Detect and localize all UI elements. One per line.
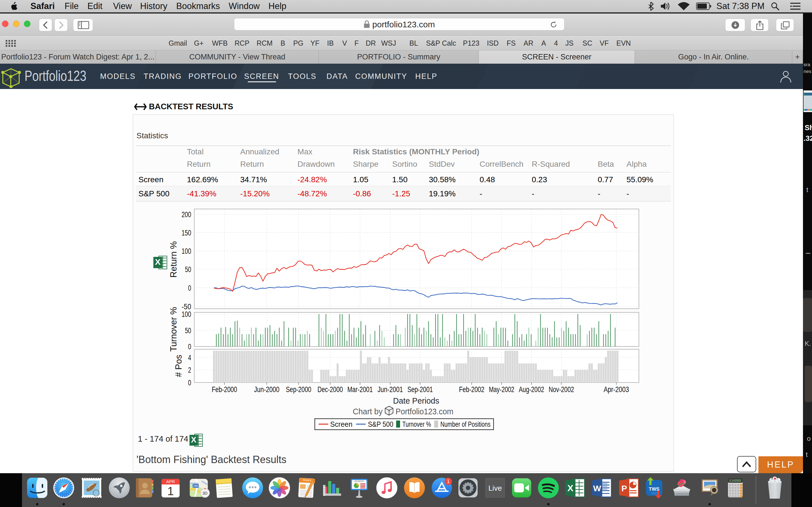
svg-text:Screen: Screen	[330, 420, 352, 428]
svg-text:Portfolio123.com: Portfolio123.com	[396, 407, 453, 416]
svg-text:Mar-2001: Mar-2001	[347, 385, 373, 394]
svg-text:0: 0	[188, 378, 191, 387]
svg-text:Apr-2003: Apr-2003	[604, 385, 629, 394]
svg-text:0: 0	[188, 342, 191, 351]
svg-text:0: 0	[188, 284, 191, 292]
svg-text:Jun-2001: Jun-2001	[377, 385, 403, 394]
svg-text:P: P	[621, 484, 627, 493]
svg-text:50: 50	[185, 326, 191, 335]
svg-text:1: 1	[167, 485, 174, 498]
svg-text:APR: APR	[166, 479, 175, 484]
svg-text:Feb-2000: Feb-2000	[212, 385, 237, 394]
svg-text:May-2002: May-2002	[489, 385, 514, 394]
svg-text:Date Periods: Date Periods	[393, 396, 439, 405]
svg-text:1: 1	[447, 478, 450, 484]
svg-text:Live: Live	[488, 484, 502, 492]
svg-text:Aug-2002: Aug-2002	[519, 385, 544, 394]
svg-text:4: 4	[188, 353, 191, 362]
svg-text:2: 2	[188, 365, 191, 374]
svg-text:Sep-2001: Sep-2001	[407, 385, 433, 394]
svg-text:PAGES: PAGES	[303, 478, 312, 482]
svg-text:X: X	[191, 435, 196, 444]
svg-text:USD: USD	[651, 492, 657, 495]
svg-text:Turnover %: Turnover %	[168, 307, 179, 351]
svg-text:Jun-2000: Jun-2000	[254, 385, 280, 394]
svg-text:200: 200	[182, 210, 191, 219]
svg-text:X: X	[567, 483, 573, 493]
svg-text:Nov-2002: Nov-2002	[549, 385, 574, 394]
svg-text:280: 280	[193, 484, 198, 488]
svg-text:100: 100	[182, 247, 191, 256]
svg-text:Return %: Return %	[168, 241, 179, 277]
svg-text:50: 50	[185, 265, 191, 274]
svg-text:TWS: TWS	[649, 487, 659, 492]
svg-text:S&P 500: S&P 500	[368, 420, 393, 428]
svg-text:Sep-2000: Sep-2000	[286, 385, 311, 394]
svg-text:3D: 3D	[202, 491, 207, 496]
svg-text:Feb-2002: Feb-2002	[459, 385, 485, 394]
svg-text:100: 100	[182, 310, 191, 319]
svg-text:W: W	[593, 484, 601, 493]
svg-text:# Pos: # Pos	[174, 355, 184, 377]
svg-text:Dec-2000: Dec-2000	[317, 385, 343, 394]
svg-text:Chart by: Chart by	[353, 407, 383, 416]
svg-text:3.141593: 3.141593	[729, 479, 741, 482]
svg-text:Number of Positions: Number of Positions	[441, 420, 491, 428]
svg-text:150: 150	[182, 228, 191, 237]
svg-text:X: X	[155, 257, 160, 267]
svg-text:KEYNOTE: KEYNOTE	[354, 480, 364, 482]
svg-text:Turnover %: Turnover %	[402, 420, 431, 428]
